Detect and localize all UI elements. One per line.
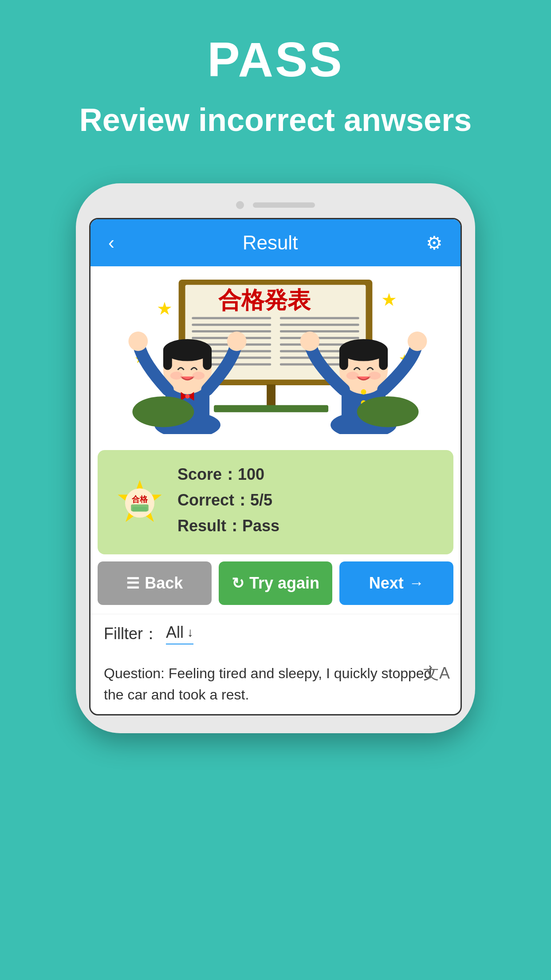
phone-top-bar bbox=[89, 201, 462, 209]
svg-rect-31 bbox=[163, 346, 172, 370]
try-again-label: Try again bbox=[249, 574, 319, 593]
svg-point-39 bbox=[227, 332, 247, 351]
svg-point-33 bbox=[170, 372, 183, 380]
celebration-illustration: 合格発表 bbox=[99, 275, 452, 434]
svg-rect-4 bbox=[192, 324, 271, 326]
translate-icon[interactable]: 文A bbox=[423, 663, 450, 684]
svg-point-34 bbox=[192, 372, 205, 380]
refresh-icon: ↻ bbox=[232, 574, 244, 592]
svg-text:★: ★ bbox=[381, 290, 397, 310]
phone-camera bbox=[236, 201, 244, 209]
svg-point-46 bbox=[346, 372, 359, 380]
svg-point-52 bbox=[132, 396, 194, 427]
next-button[interactable]: Next → bbox=[339, 561, 453, 605]
phone-speaker bbox=[253, 202, 315, 208]
result-line: Result：Pass bbox=[177, 515, 436, 537]
svg-point-51 bbox=[408, 332, 427, 351]
correct-line: Correct：5/5 bbox=[177, 489, 436, 511]
svg-point-37 bbox=[185, 394, 190, 399]
svg-rect-5 bbox=[192, 330, 271, 332]
svg-text:合格発表: 合格発表 bbox=[218, 288, 311, 313]
svg-rect-58 bbox=[133, 507, 147, 512]
list-icon: ☰ bbox=[126, 574, 139, 592]
svg-point-38 bbox=[129, 332, 148, 351]
svg-rect-12 bbox=[280, 324, 359, 326]
phone-mockup: ‹ Result ⚙ 合格発表 bbox=[76, 183, 475, 733]
svg-point-48 bbox=[361, 389, 366, 395]
svg-point-50 bbox=[300, 332, 320, 351]
svg-rect-20 bbox=[214, 405, 328, 412]
svg-rect-14 bbox=[280, 337, 359, 339]
illustration-area: 合格発表 bbox=[91, 266, 460, 443]
svg-rect-32 bbox=[203, 346, 212, 370]
svg-rect-45 bbox=[379, 346, 388, 370]
phone-screen: ‹ Result ⚙ 合格発表 bbox=[89, 218, 462, 715]
svg-rect-44 bbox=[339, 346, 348, 370]
question-area: 文A Question: Feeling tired and sleepy, I… bbox=[91, 654, 460, 714]
back-button-label: Back bbox=[145, 574, 183, 593]
phone-mockup-wrapper: ‹ Result ⚙ 合格発表 bbox=[0, 183, 551, 733]
try-again-button[interactable]: ↻ Try again bbox=[219, 561, 333, 605]
filter-dropdown[interactable]: All ↓ bbox=[166, 623, 193, 644]
score-details: Score：100 Correct：5/5 Result：Pass bbox=[177, 463, 436, 541]
svg-text:合格: 合格 bbox=[131, 495, 148, 504]
pass-badge-icon: 合格 bbox=[115, 478, 164, 526]
svg-rect-3 bbox=[192, 317, 271, 320]
settings-icon[interactable]: ⚙ bbox=[426, 232, 443, 254]
question-text: Question: Feeling tired and sleepy, I qu… bbox=[104, 663, 447, 705]
score-line: Score：100 bbox=[177, 463, 436, 486]
next-button-label: Next bbox=[369, 574, 404, 593]
svg-rect-13 bbox=[280, 330, 359, 332]
back-button[interactable]: ☰ Back bbox=[98, 561, 212, 605]
action-buttons: ☰ Back ↻ Try again Next → bbox=[98, 561, 453, 605]
filter-section: Fillter： All ↓ bbox=[91, 614, 460, 654]
pass-title: PASS bbox=[0, 31, 551, 87]
arrow-right-icon: → bbox=[409, 574, 424, 592]
header-title: Result bbox=[243, 232, 298, 254]
svg-point-53 bbox=[357, 396, 419, 427]
app-header: ‹ Result ⚙ bbox=[91, 219, 460, 266]
filter-value: All bbox=[166, 623, 184, 642]
back-arrow-icon[interactable]: ‹ bbox=[108, 232, 114, 253]
score-card: 合格 Score：100 Correct：5/5 Result：Pass bbox=[98, 450, 453, 554]
svg-text:★: ★ bbox=[157, 299, 173, 319]
svg-point-47 bbox=[368, 372, 381, 380]
filter-dropdown-arrow-icon: ↓ bbox=[187, 625, 193, 640]
svg-rect-11 bbox=[280, 317, 359, 320]
subtitle: Review incorrect anwsers bbox=[0, 101, 551, 139]
filter-label: Fillter： bbox=[104, 623, 159, 645]
